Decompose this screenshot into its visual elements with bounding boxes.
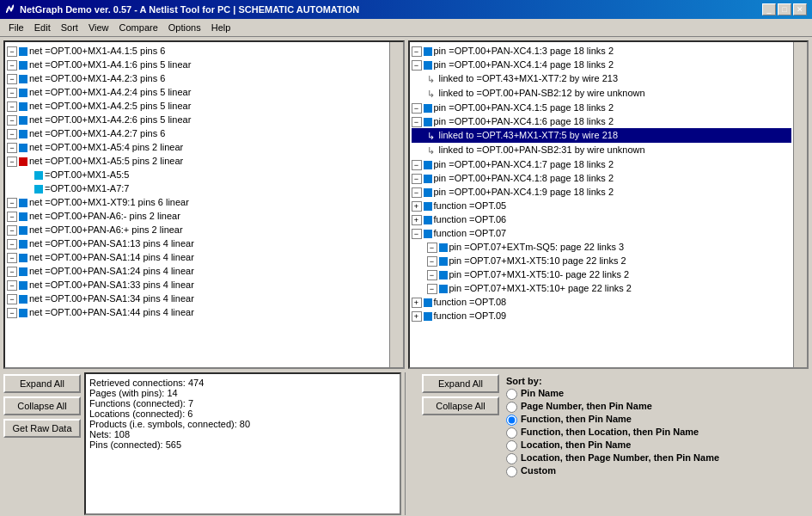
tree-node[interactable]: −net =OPT.00+MX1-A4.2:6 pins 5 linear: [7, 113, 388, 126]
expand-icon[interactable]: −: [412, 60, 422, 71]
menu-options[interactable]: Options: [163, 21, 206, 34]
sort-label-function-pin[interactable]: Function, then Pin Name: [521, 414, 632, 424]
menu-compare[interactable]: Compare: [114, 21, 163, 34]
tree-node[interactable]: −pin =OPT.07+MX1-XT5:10- page 22 links 2: [412, 267, 792, 281]
tree-node[interactable]: −net =OPT.00+PAN-SA1:13 pins 4 linear: [7, 236, 388, 250]
sort-label-custom[interactable]: Custom: [521, 465, 556, 476]
tree-node[interactable]: −net =OPT.00+PAN-SA1:14 pins 4 linear: [7, 250, 388, 264]
menu-help[interactable]: Help: [206, 21, 236, 34]
expand-icon[interactable]: +: [412, 215, 422, 225]
expand-icon[interactable]: −: [7, 294, 17, 304]
sort-option-function-location-pin[interactable]: Function, then Location, then Pin Name: [506, 427, 805, 439]
expand-icon[interactable]: −: [412, 187, 422, 198]
expand-icon[interactable]: −: [412, 229, 422, 239]
tree-node[interactable]: −net =OPT.00+MX1-A4.2:7 pins 6: [7, 126, 388, 140]
tree-node[interactable]: =OPT.00+MX1-A5:5: [7, 168, 388, 181]
expand-icon[interactable]: +: [412, 201, 422, 212]
tree-node[interactable]: −net =OPT.00+MX1-A4.1:5 pins 6: [7, 44, 388, 58]
expand-icon[interactable]: −: [7, 60, 17, 71]
sort-label-pin-name[interactable]: Pin Name: [521, 388, 564, 398]
tree-node[interactable]: −pin =OPT.00+PAN-XC4.1:4 page 18 links 2: [412, 58, 792, 71]
tree-node[interactable]: −net =OPT.00+PAN-SA1:34 pins 4 linear: [7, 292, 388, 305]
expand-icon[interactable]: −: [427, 270, 437, 280]
expand-icon[interactable]: −: [427, 243, 437, 253]
tree-node[interactable]: −pin =OPT.00+PAN-XC4.1:9 page 18 links 2: [412, 185, 792, 199]
maximize-button[interactable]: □: [778, 3, 791, 15]
sort-option-location-pin[interactable]: Location, then Pin Name: [506, 439, 805, 452]
sort-option-custom[interactable]: Custom: [506, 465, 805, 477]
tree-node[interactable]: −net =OPT.00+PAN-A6:- pins 2 linear: [7, 209, 388, 223]
sort-radio-pin-name[interactable]: [506, 389, 517, 400]
expand-icon[interactable]: −: [427, 284, 437, 294]
tree-node[interactable]: ↳linked to =OPT.00+PAN-SB2:12 by wire un…: [412, 86, 792, 101]
tree-node[interactable]: −net =OPT.00+MX1-A4.2:5 pins 5 linear: [7, 99, 388, 113]
tree-node[interactable]: +function =OPT.06: [412, 212, 792, 226]
right-scrollbar[interactable]: [793, 42, 807, 367]
left-expand-all-button[interactable]: Expand All: [3, 374, 81, 393]
expand-icon[interactable]: −: [7, 212, 17, 222]
expand-icon[interactable]: −: [7, 143, 17, 153]
expand-icon[interactable]: −: [7, 267, 17, 277]
tree-node[interactable]: +function =OPT.05: [412, 199, 792, 212]
tree-node[interactable]: −pin =OPT.00+PAN-XC4.1:6 page 18 links 2: [412, 114, 792, 128]
expand-icon[interactable]: −: [412, 174, 422, 184]
tree-node[interactable]: −net =OPT.00+PAN-SA1:44 pins 4 linear: [7, 305, 388, 319]
menu-view[interactable]: View: [83, 21, 114, 34]
tree-node[interactable]: +function =OPT.09: [412, 309, 792, 322]
expand-icon[interactable]: −: [412, 117, 422, 127]
right-tree[interactable]: −pin =OPT.00+PAN-XC4.1:3 page 18 links 2…: [410, 42, 794, 367]
sort-radio-page-pin[interactable]: [506, 402, 517, 413]
expand-icon[interactable]: −: [7, 115, 17, 126]
left-tree[interactable]: −net =OPT.00+MX1-A4.1:5 pins 6−net =OPT.…: [5, 42, 389, 367]
expand-icon[interactable]: −: [412, 160, 422, 170]
expand-icon[interactable]: +: [412, 298, 422, 308]
menu-edit[interactable]: Edit: [29, 21, 56, 34]
expand-icon[interactable]: −: [7, 157, 17, 167]
tree-node[interactable]: −net =OPT.00+MX1-A4.2:4 pins 5 linear: [7, 85, 388, 99]
expand-icon[interactable]: −: [7, 198, 17, 208]
tree-node[interactable]: −net =OPT.00+MX1-XT9:1 pins 6 linear: [7, 195, 388, 209]
expand-icon[interactable]: −: [7, 88, 17, 98]
tree-node[interactable]: +function =OPT.08: [412, 295, 792, 309]
expand-icon[interactable]: −: [7, 253, 17, 263]
tree-node[interactable]: ↳linked to =OPT.43+MX1-XT7:5 by wire 218: [412, 128, 792, 143]
tree-node[interactable]: −net =OPT.00+PAN-SA1:24 pins 4 linear: [7, 264, 388, 278]
expand-icon[interactable]: −: [7, 101, 17, 112]
sort-label-location-pin[interactable]: Location, then Pin Name: [521, 439, 631, 450]
info-scrollbar[interactable]: [405, 372, 418, 515]
tree-node[interactable]: −net =OPT.00+MX1-A4.2:3 pins 6: [7, 71, 388, 85]
get-raw-data-button[interactable]: Get Raw Data: [3, 419, 81, 438]
tree-node[interactable]: −pin =OPT.00+PAN-XC4.1:7 page 18 links 2: [412, 157, 792, 171]
expand-icon[interactable]: −: [412, 103, 422, 114]
expand-icon[interactable]: −: [7, 74, 17, 84]
tree-node[interactable]: −pin =OPT.07+MX1-XT5:10 page 22 links 2: [412, 254, 792, 267]
tree-node[interactable]: −net =OPT.00+MX1-A5:5 pins 2 linear: [7, 154, 388, 168]
sort-radio-function-location-pin[interactable]: [506, 427, 517, 439]
sort-radio-location-pin[interactable]: [506, 440, 517, 452]
tree-node[interactable]: −pin =OPT.07+MX1-XT5:10+ page 22 links 2: [412, 281, 792, 295]
menu-file[interactable]: File: [3, 21, 29, 34]
expand-icon[interactable]: +: [412, 311, 422, 322]
expand-icon[interactable]: −: [7, 129, 17, 139]
sort-option-location-page-pin[interactable]: Location, then Page Number, then Pin Nam…: [506, 452, 805, 464]
sort-label-page-pin[interactable]: Page Number, then Pin Name: [521, 401, 652, 411]
tree-node[interactable]: −net =OPT.00+PAN-A6:+ pins 2 linear: [7, 223, 388, 236]
minimize-button[interactable]: _: [762, 3, 776, 15]
sort-label-function-location-pin[interactable]: Function, then Location, then Pin Name: [521, 427, 699, 437]
expand-icon[interactable]: −: [7, 280, 17, 291]
tree-node[interactable]: −pin =OPT.07+EXTm-SQ5: page 22 links 3: [412, 240, 792, 254]
left-scrollbar[interactable]: [389, 42, 403, 367]
tree-node[interactable]: −net =OPT.00+PAN-SA1:33 pins 4 linear: [7, 278, 388, 292]
right-expand-all-button[interactable]: Expand All: [422, 374, 499, 393]
tree-node[interactable]: −pin =OPT.00+PAN-XC4.1:3 page 18 links 2: [412, 44, 792, 58]
tree-node[interactable]: −net =OPT.00+MX1-A5:4 pins 2 linear: [7, 140, 388, 154]
sort-option-page-pin[interactable]: Page Number, then Pin Name: [506, 401, 805, 413]
tree-node[interactable]: −pin =OPT.00+PAN-XC4.1:8 page 18 links 2: [412, 171, 792, 185]
close-button[interactable]: ✕: [793, 3, 807, 15]
menu-sort[interactable]: Sort: [56, 21, 83, 34]
sort-radio-location-page-pin[interactable]: [506, 453, 517, 464]
tree-node[interactable]: −pin =OPT.00+PAN-XC4.1:5 page 18 links 2: [412, 101, 792, 114]
expand-icon[interactable]: −: [7, 239, 17, 249]
sort-radio-function-pin[interactable]: [506, 415, 517, 426]
expand-icon[interactable]: −: [412, 46, 422, 57]
